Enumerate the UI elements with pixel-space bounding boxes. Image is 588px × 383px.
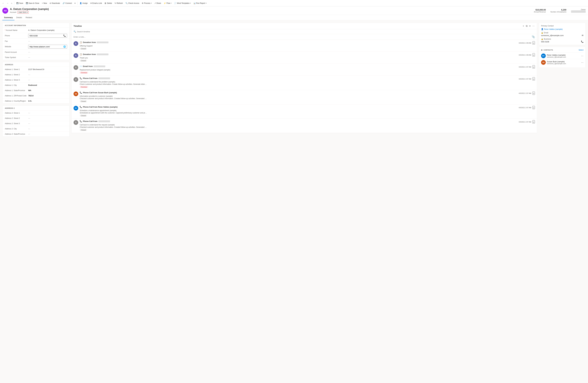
expand-button[interactable]: ⌄	[532, 106, 535, 109]
addr2-street3-label: Address 2: Street 3	[5, 123, 28, 125]
blurred-name	[97, 54, 108, 55]
back-icon: ←	[2, 2, 4, 4]
save-close-button[interactable]: 💾 Save & Close	[25, 1, 41, 5]
globe-icon: 🌐	[63, 45, 66, 48]
contact-info: Susan Burk (sample) someone_i@example.co…	[547, 61, 566, 64]
flow-dropdown-icon: ▾	[171, 2, 171, 4]
contact-more-button[interactable]: ⋯	[581, 55, 584, 57]
primary-contact-link[interactable]: 👤 Rene Valdes (sample)	[541, 28, 584, 30]
save-button[interactable]: 💾 Save	[15, 1, 24, 5]
timeline-item-date: 4/3/2021 2:08 AM	[519, 42, 531, 44]
save-close-icon: 💾	[26, 2, 28, 4]
address-title: ADDRESS	[2, 62, 69, 67]
email-field-value: someone_i@example.com ✉	[541, 34, 584, 37]
tab-details[interactable]: Details	[15, 15, 24, 20]
record-header: AD A. Datum Corporation (sample) Account…	[0, 6, 588, 15]
addr2-street3-value: ---	[28, 122, 67, 125]
owner-value[interactable]	[571, 10, 586, 13]
back-button[interactable]: ←	[1, 1, 5, 5]
process-icon: ⚙	[142, 2, 144, 4]
timeline-item-meta: 4/3/2021 2:07 AM ⌄	[519, 77, 535, 81]
form-selector[interactable]: main form ▾	[17, 11, 28, 14]
process-button[interactable]: ⚙ Process ▾	[141, 1, 153, 5]
note-input[interactable]	[74, 36, 532, 38]
state-value: WA	[28, 89, 67, 91]
toolbar-more-button[interactable]: ▾	[73, 1, 77, 5]
case-icon: 📋	[80, 41, 82, 43]
addr2-street1-label: Address 2: Street 1	[5, 112, 28, 114]
refresh-button[interactable]: ↻ Refresh	[113, 1, 124, 5]
record-type: Account	[10, 11, 16, 13]
account-name-value: A. Datum Corporation (sample)	[28, 29, 67, 31]
connect-icon: 🔗	[63, 2, 65, 4]
status-badge: Closed	[80, 100, 87, 102]
delete-icon: 🗑	[105, 2, 106, 4]
city-value: Redmond	[28, 84, 67, 86]
expand-button[interactable]: ⌄	[532, 65, 535, 68]
timeline-item-desc: Thank you	[80, 57, 535, 59]
timeline-add-button[interactable]: +	[522, 24, 524, 28]
phone-label: Phone	[5, 35, 28, 37]
blurred-name	[98, 78, 110, 79]
timeline-view-button[interactable]: ≡	[529, 24, 531, 28]
address2-section: ADDRESS 2 Address 2: Street 1 --- Addres…	[2, 106, 70, 137]
expand-button[interactable]: ⌄	[532, 41, 535, 44]
timeline-item-meta: 4/3/2021 2:07 AM ⌄	[519, 65, 535, 68]
timeline-avatar: JL	[74, 41, 78, 46]
blurred-name	[98, 120, 110, 122]
street2-label: Address 1: Street 2	[5, 74, 28, 76]
blurred-name	[94, 65, 105, 67]
owner-stat: Owner	[571, 9, 586, 13]
flow-button[interactable]: ⚡ Flow ▾	[163, 1, 173, 5]
timeline-more-button[interactable]: ⋯	[532, 24, 535, 28]
addr2-street1-value: ---	[28, 112, 67, 114]
timeline-item-desc: Check customer and product information. …	[80, 83, 147, 85]
contact-more-button[interactable]: ⋯	[581, 61, 584, 64]
phone-input-wrap[interactable]: 📞	[28, 34, 67, 38]
timeline-item-title: 📞 Phone Call from	[80, 77, 110, 79]
forward-button[interactable]: →	[5, 1, 10, 5]
website-input[interactable]	[30, 46, 63, 48]
ticker-symbol-label: Ticker Symbol	[5, 56, 28, 59]
share-button[interactable]: ↗ Share	[153, 1, 162, 5]
ticker-symbol-value: ---	[28, 56, 67, 59]
timeline-header: Timeline + ⧉ ≡ ⋯	[71, 23, 537, 29]
tab-related[interactable]: Related	[24, 15, 34, 20]
run-report-button[interactable]: 📊 Run Report ▾	[192, 1, 208, 5]
word-templates-button[interactable]: 📄 Word Templates ▾	[173, 1, 192, 5]
field-website: Website 🌐	[2, 44, 69, 49]
timeline-search-input[interactable]	[77, 31, 535, 33]
check-access-button[interactable]: 🔍 Check Access	[124, 1, 140, 5]
contacts-select-button[interactable]: Select	[579, 49, 584, 51]
compose-icon[interactable]: ✉	[582, 34, 584, 37]
timeline-item-subtitle: Call back to understand the problem (sam…	[80, 81, 535, 83]
phone-icon: 📞	[63, 35, 66, 37]
new-button[interactable]: + New	[41, 1, 48, 5]
email-link-button[interactable]: ✉ Email a Link	[89, 1, 103, 5]
assign-button[interactable]: 👤 Assign	[79, 1, 89, 5]
list-item: G 📞 Phone Call from 4/3/2021 2:07 AM ⌄	[71, 119, 537, 133]
tab-summary[interactable]: Summary	[2, 15, 15, 20]
addr2-state-label: Address 2: State/Province	[5, 133, 28, 135]
phone-call-icon[interactable]: 📞	[581, 41, 584, 43]
expand-button[interactable]: ⌄	[532, 77, 535, 81]
expand-button[interactable]: ⌄	[532, 53, 535, 57]
connect-button[interactable]: 🔗 Connect	[62, 1, 73, 5]
field-country: Address 1: Country/Region U.S.	[2, 98, 69, 104]
expand-button[interactable]: ⌄	[532, 91, 535, 95]
run-report-dropdown-icon: ▾	[206, 2, 207, 4]
timeline-search-area: 🔍	[71, 29, 537, 34]
parent-account-value: ---	[28, 51, 67, 53]
home-button[interactable]: ⌂	[10, 1, 13, 5]
timeline-item-desc: Scheduled an appointment with the custom…	[80, 112, 147, 114]
phone-input[interactable]	[30, 35, 63, 37]
delete-button[interactable]: 🗑 Delete	[103, 1, 113, 5]
timeline-filter-button[interactable]: ⧉	[525, 24, 528, 28]
attach-icon[interactable]: 📎	[532, 35, 535, 39]
deactivate-button[interactable]: ⊘ Deactivate	[48, 1, 61, 5]
status-badge: Closed	[80, 115, 87, 117]
timeline-item-date: 4/3/2021 2:07 AM	[519, 78, 531, 80]
website-input-wrap[interactable]: 🌐	[28, 45, 67, 48]
expand-button[interactable]: ⌄	[532, 120, 535, 124]
street1-label: Address 1: Street 1	[5, 68, 28, 70]
